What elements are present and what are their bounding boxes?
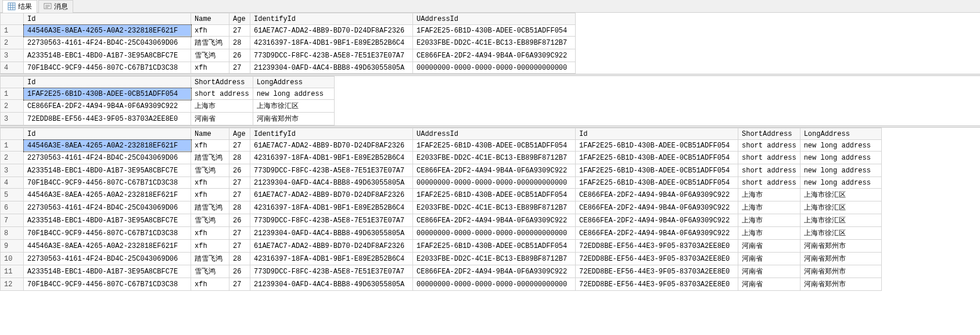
cell[interactable]: 28 xyxy=(229,37,250,49)
table-row[interactable]: 622730563-4161-4F24-BD4C-25C043069D06踏雪飞… xyxy=(1,201,882,214)
row-number[interactable]: 10 xyxy=(1,253,24,265)
cell[interactable]: 27 xyxy=(229,240,250,253)
cell[interactable]: 44546A3E-8AEA-4265-A0A2-232818EF621F xyxy=(24,189,191,201)
column-header[interactable]: Id xyxy=(24,13,191,25)
cell[interactable]: xfh xyxy=(191,25,229,37)
cell[interactable]: xfh xyxy=(191,189,229,201)
cell[interactable]: 上海市 xyxy=(738,201,800,214)
table-row[interactable]: 470F1B4CC-9CF9-4456-807C-C67B71CD3C38xfh… xyxy=(1,62,576,74)
column-header[interactable]: LongAddress xyxy=(253,77,334,88)
tab-messages[interactable]: 消息 xyxy=(38,0,73,13)
cell[interactable]: 上海市 xyxy=(191,100,253,113)
cell[interactable]: 70F1B4CC-9CF9-4456-807C-C67B71CD3C38 xyxy=(24,278,191,291)
row-number[interactable]: 2 xyxy=(1,152,24,164)
results-table-3[interactable]: IdNameAgeIdentifyIdUAddressIdIdShortAddr… xyxy=(0,128,882,291)
cell[interactable]: 42316397-18FA-4DB1-9BF1-E89E2B52B6C4 xyxy=(250,201,413,214)
table-row[interactable]: 1270F1B4CC-9CF9-4456-807C-C67B71CD3C38xf… xyxy=(1,278,882,291)
cell[interactable]: 上海市徐汇区 xyxy=(800,214,881,227)
row-number[interactable]: 1 xyxy=(1,140,24,152)
cell[interactable]: 河南省 xyxy=(738,265,800,278)
cell[interactable]: 河南省 xyxy=(738,253,800,265)
column-header[interactable]: Id xyxy=(24,77,191,88)
cell[interactable]: 27 xyxy=(229,62,250,74)
cell[interactable]: short address xyxy=(738,152,800,164)
cell[interactable]: 00000000-0000-0000-0000-000000000000 xyxy=(413,227,576,240)
table-row[interactable]: 144546A3E-8AEA-4265-A0A2-232818EF621Fxfh… xyxy=(1,25,576,37)
column-header[interactable]: Age xyxy=(229,128,250,140)
cell[interactable]: xfh xyxy=(191,278,229,291)
cell[interactable]: 70F1B4CC-9CF9-4456-807C-C67B71CD3C38 xyxy=(24,227,191,240)
results-table-2[interactable]: IdShortAddressLongAddress11FAF2E25-6B1D-… xyxy=(0,76,335,125)
cell[interactable]: 27 xyxy=(229,189,250,201)
cell[interactable]: 上海市徐汇区 xyxy=(253,100,334,113)
cell[interactable]: E2033FBE-DD2C-4C1E-BC13-EB89BF8712B7 xyxy=(413,201,576,214)
column-header[interactable]: LongAddress xyxy=(800,128,881,140)
cell[interactable]: 雪飞鸿 xyxy=(191,265,229,278)
cell[interactable]: 26 xyxy=(229,164,250,177)
cell[interactable]: 28 xyxy=(229,152,250,164)
cell[interactable]: E2033FBE-DD2C-4C1E-BC13-EB89BF8712B7 xyxy=(413,37,576,49)
table-row[interactable]: 7A233514B-EBC1-4BD0-A1B7-3E95A8CBFC7E雪飞鸿… xyxy=(1,214,882,227)
cell[interactable]: 72EDD8BE-EF56-44E3-9F05-83703A2EE8E0 xyxy=(576,265,738,278)
cell[interactable]: CE866FEA-2DF2-4A94-9B4A-0F6A9309C922 xyxy=(576,227,738,240)
cell[interactable]: 22730563-4161-4F24-BD4C-25C043069D06 xyxy=(24,37,191,49)
cell[interactable]: 70F1B4CC-9CF9-4456-807C-C67B71CD3C38 xyxy=(24,177,191,189)
cell[interactable]: 61AE7AC7-ADA2-4BB9-BD70-D24DF8AF2326 xyxy=(250,140,413,152)
tab-results[interactable]: 结果 xyxy=(2,0,37,13)
cell[interactable]: xfh xyxy=(191,62,229,74)
row-number[interactable]: 3 xyxy=(1,113,24,125)
cell[interactable]: new long address xyxy=(253,88,334,100)
table-row[interactable]: 2CE866FEA-2DF2-4A94-9B4A-0F6A9309C922上海市… xyxy=(1,100,335,113)
cell[interactable]: 26 xyxy=(229,49,250,62)
cell[interactable]: 1FAF2E25-6B1D-430B-ADEE-0CB51ADFF054 xyxy=(576,164,738,177)
column-header[interactable]: UAddressId xyxy=(413,128,576,140)
cell[interactable]: E2033FBE-DD2C-4C1E-BC13-EB89BF8712B7 xyxy=(413,152,576,164)
cell[interactable]: short address xyxy=(738,140,800,152)
cell[interactable]: 雪飞鸿 xyxy=(191,214,229,227)
column-header[interactable]: Name xyxy=(191,13,229,25)
cell[interactable]: CE866FEA-2DF2-4A94-9B4A-0F6A9309C922 xyxy=(413,214,576,227)
cell[interactable]: 河南省郑州市 xyxy=(800,278,881,291)
cell[interactable]: 773D9DCC-F8FC-423B-A5E8-7E51E37E07A7 xyxy=(250,164,413,177)
cell[interactable]: 28 xyxy=(229,201,250,214)
cell[interactable]: xfh xyxy=(191,240,229,253)
cell[interactable]: 1FAF2E25-6B1D-430B-ADEE-0CB51ADFF054 xyxy=(24,88,191,100)
cell[interactable]: 1FAF2E25-6B1D-430B-ADEE-0CB51ADFF054 xyxy=(576,152,738,164)
column-header[interactable]: Id xyxy=(24,128,191,140)
cell[interactable]: 河南省郑州市 xyxy=(800,253,881,265)
row-number[interactable]: 6 xyxy=(1,201,24,214)
table-row[interactable]: 870F1B4CC-9CF9-4456-807C-C67B71CD3C38xfh… xyxy=(1,227,882,240)
cell[interactable]: 27 xyxy=(229,25,250,37)
cell[interactable]: 61AE7AC7-ADA2-4BB9-BD70-D24DF8AF2326 xyxy=(250,189,413,201)
cell[interactable]: 72EDD8BE-EF56-44E3-9F05-83703A2EE8E0 xyxy=(24,113,191,125)
cell[interactable]: 61AE7AC7-ADA2-4BB9-BD70-D24DF8AF2326 xyxy=(250,25,413,37)
row-number[interactable]: 11 xyxy=(1,265,24,278)
cell[interactable]: short address xyxy=(191,88,253,100)
column-header[interactable]: IdentifyId xyxy=(250,13,413,25)
table-row[interactable]: 1022730563-4161-4F24-BD4C-25C043069D06踏雪… xyxy=(1,253,882,265)
table-row[interactable]: 3A233514B-EBC1-4BD0-A1B7-3E95A8CBFC7E雪飞鸿… xyxy=(1,164,882,177)
cell[interactable]: CE866FEA-2DF2-4A94-9B4A-0F6A9309C922 xyxy=(413,49,576,62)
table-row[interactable]: 372EDD8BE-EF56-44E3-9F05-83703A2EE8E0河南省… xyxy=(1,113,335,125)
cell[interactable]: 河南省郑州市 xyxy=(253,113,334,125)
cell[interactable]: new long address xyxy=(800,140,881,152)
cell[interactable]: A233514B-EBC1-4BD0-A1B7-3E95A8CBFC7E xyxy=(24,49,191,62)
cell[interactable]: 27 xyxy=(229,278,250,291)
table-row[interactable]: 11A233514B-EBC1-4BD0-A1B7-3E95A8CBFC7E雪飞… xyxy=(1,265,882,278)
cell[interactable]: 踏雪飞鸿 xyxy=(191,37,229,49)
cell[interactable]: new long address xyxy=(800,177,881,189)
cell[interactable]: 河南省郑州市 xyxy=(800,265,881,278)
results-table-1[interactable]: IdNameAgeIdentifyIdUAddressId144546A3E-8… xyxy=(0,13,576,74)
table-row[interactable]: 11FAF2E25-6B1D-430B-ADEE-0CB51ADFF054sho… xyxy=(1,88,335,100)
row-number[interactable]: 5 xyxy=(1,189,24,201)
cell[interactable]: 上海市 xyxy=(738,189,800,201)
cell[interactable]: 河南省 xyxy=(738,240,800,253)
table-row[interactable]: 944546A3E-8AEA-4265-A0A2-232818EF621Fxfh… xyxy=(1,240,882,253)
row-number[interactable]: 1 xyxy=(1,25,24,37)
cell[interactable]: CE866FEA-2DF2-4A94-9B4A-0F6A9309C922 xyxy=(413,164,576,177)
cell[interactable]: 踏雪飞鸿 xyxy=(191,253,229,265)
cell[interactable]: 773D9DCC-F8FC-423B-A5E8-7E51E37E07A7 xyxy=(250,49,413,62)
cell[interactable]: 1FAF2E25-6B1D-430B-ADEE-0CB51ADFF054 xyxy=(413,140,576,152)
cell[interactable]: CE866FEA-2DF2-4A94-9B4A-0F6A9309C922 xyxy=(413,265,576,278)
cell[interactable]: 踏雪飞鸿 xyxy=(191,201,229,214)
